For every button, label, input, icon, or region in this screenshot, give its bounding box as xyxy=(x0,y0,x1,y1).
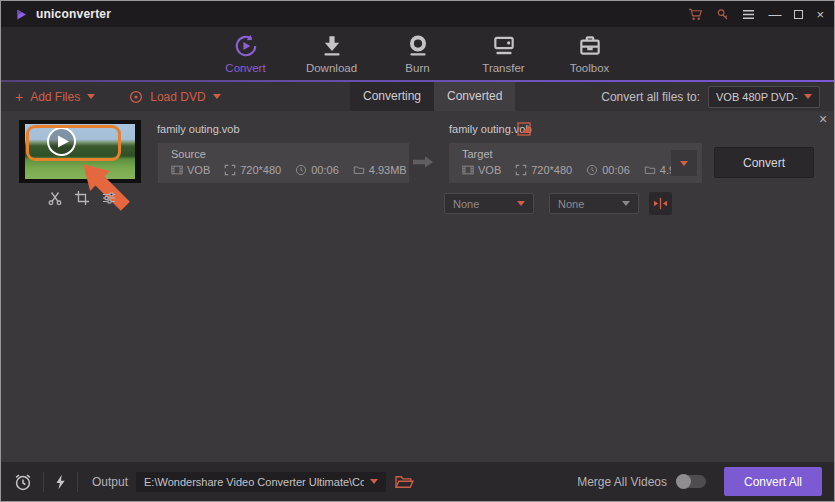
title-bar: uniconverter — xyxy=(1,1,834,27)
load-dvd-button[interactable]: Load DVD xyxy=(129,90,220,104)
target-info-row: VOB 720*480 00:06 xyxy=(462,164,698,176)
highlight-rectangle xyxy=(26,125,121,161)
download-icon xyxy=(319,33,345,59)
tab-burn[interactable]: Burn xyxy=(391,33,445,74)
tab-converted[interactable]: Converted xyxy=(434,82,515,111)
divider xyxy=(43,472,44,492)
tab-transfer-label: Transfer xyxy=(482,62,524,74)
tab-transfer[interactable]: Transfer xyxy=(477,33,531,74)
tab-converting[interactable]: Converting xyxy=(350,82,434,111)
tab-download-label: Download xyxy=(306,62,357,74)
app-window: uniconverter — xyxy=(0,0,835,502)
high-speed-bolt-icon[interactable] xyxy=(54,473,67,491)
list-view-tabs: Converting Converted xyxy=(350,82,515,111)
source-card-title: Source xyxy=(171,148,206,160)
tab-burn-label: Burn xyxy=(405,62,429,74)
output-path-value: E:\Wondershare Video Converter Ultimate\… xyxy=(144,476,364,488)
output-format-dropdown[interactable]: VOB 480P DVD-Vi... xyxy=(708,86,820,108)
target-resolution: 720*480 xyxy=(515,164,572,176)
film-icon xyxy=(462,164,474,176)
chevron-down-icon xyxy=(517,201,525,206)
compress-icon xyxy=(653,196,668,211)
target-format: VOB xyxy=(462,164,501,176)
source-size: 4.93MB xyxy=(353,164,407,176)
dvd-disc-icon xyxy=(129,90,143,104)
rename-edit-icon[interactable] xyxy=(517,122,531,136)
effects-sliders-icon[interactable] xyxy=(101,190,117,206)
tab-toolbox[interactable]: Toolbox xyxy=(563,33,617,74)
chevron-down-icon[interactable] xyxy=(213,94,221,99)
source-format: VOB xyxy=(171,164,210,176)
load-dvd-label: Load DVD xyxy=(150,90,205,104)
resolution-icon xyxy=(224,164,236,176)
convert-all-files-label: Convert all files to: xyxy=(601,90,700,104)
source-filename: family outing.vob xyxy=(157,123,240,135)
store-cart-icon[interactable] xyxy=(688,8,703,21)
output-format-value: VOB 480P DVD-Vi... xyxy=(716,91,798,103)
clock-icon xyxy=(295,164,307,176)
toolbar: + Add Files Load DVD Converting Converte… xyxy=(1,82,834,111)
plus-icon: + xyxy=(15,90,23,104)
divider xyxy=(77,472,78,492)
file-list-area: family outing.vob Source VOB 720*480 xyxy=(1,111,834,462)
chevron-down-icon xyxy=(370,479,378,484)
convert-button[interactable]: Convert xyxy=(714,147,814,178)
schedule-clock-icon[interactable] xyxy=(13,472,33,492)
convert-icon xyxy=(233,33,259,59)
open-folder-icon[interactable] xyxy=(395,474,414,490)
tab-download[interactable]: Download xyxy=(305,33,359,74)
tab-convert-label: Convert xyxy=(225,62,265,74)
output-path-dropdown[interactable]: E:\Wondershare Video Converter Ultimate\… xyxy=(136,472,386,492)
add-files-label: Add Files xyxy=(30,90,80,104)
titlebar-controls: — × xyxy=(688,8,824,21)
target-card-title: Target xyxy=(462,148,493,160)
main-nav: Convert Download Burn Transfer xyxy=(1,27,834,80)
arrow-right-icon xyxy=(412,155,434,169)
folder-icon xyxy=(353,164,365,176)
convert-all-button[interactable]: Convert All xyxy=(724,467,822,496)
clock-icon xyxy=(586,164,598,176)
merge-all-videos-label: Merge All Videos xyxy=(577,475,667,489)
toolbox-icon xyxy=(577,33,603,59)
trim-scissors-icon[interactable] xyxy=(47,190,63,206)
target-card: Target VOB 720*480 xyxy=(449,143,702,183)
burn-icon xyxy=(405,33,431,59)
close-button[interactable]: × xyxy=(816,8,824,21)
film-icon xyxy=(171,164,183,176)
target-format-dropdown[interactable] xyxy=(671,150,697,176)
chevron-down-icon[interactable] xyxy=(87,94,95,99)
folder-icon xyxy=(644,164,656,176)
remove-file-icon[interactable]: × xyxy=(819,111,827,127)
target-duration: 00:06 xyxy=(586,164,630,176)
subtitle-dropdown[interactable]: None xyxy=(444,193,534,214)
chevron-down-icon xyxy=(680,161,688,166)
add-files-button[interactable]: + Add Files xyxy=(15,90,95,104)
source-duration: 00:06 xyxy=(295,164,339,176)
chevron-down-icon xyxy=(804,94,812,99)
chevron-down-icon xyxy=(622,201,630,206)
crop-icon[interactable] xyxy=(74,190,90,206)
merge-toggle[interactable] xyxy=(676,475,706,488)
cursor-arrow-icon xyxy=(79,160,135,216)
resolution-icon xyxy=(515,164,527,176)
tab-convert[interactable]: Convert xyxy=(219,33,273,74)
compress-settings-button[interactable] xyxy=(649,192,672,215)
app-logo-icon xyxy=(15,8,28,21)
tab-toolbox-label: Toolbox xyxy=(570,62,610,74)
minimize-button[interactable]: — xyxy=(768,8,781,21)
transfer-icon xyxy=(491,33,517,59)
output-label: Output xyxy=(92,475,128,489)
edit-tools xyxy=(47,190,117,206)
maximize-button[interactable] xyxy=(794,10,803,19)
footer-bar: Output E:\Wondershare Video Converter Ul… xyxy=(1,462,834,501)
app-title: uniconverter xyxy=(36,7,111,21)
source-card: Source VOB 720*480 xyxy=(158,143,409,183)
register-key-icon[interactable] xyxy=(716,8,729,21)
menu-icon[interactable] xyxy=(742,9,755,20)
output-format-group: Convert all files to: VOB 480P DVD-Vi... xyxy=(601,86,820,108)
source-resolution: 720*480 xyxy=(224,164,281,176)
source-info-row: VOB 720*480 00:06 xyxy=(171,164,407,176)
toggle-knob xyxy=(676,474,691,489)
audio-track-dropdown[interactable]: None xyxy=(549,193,639,214)
